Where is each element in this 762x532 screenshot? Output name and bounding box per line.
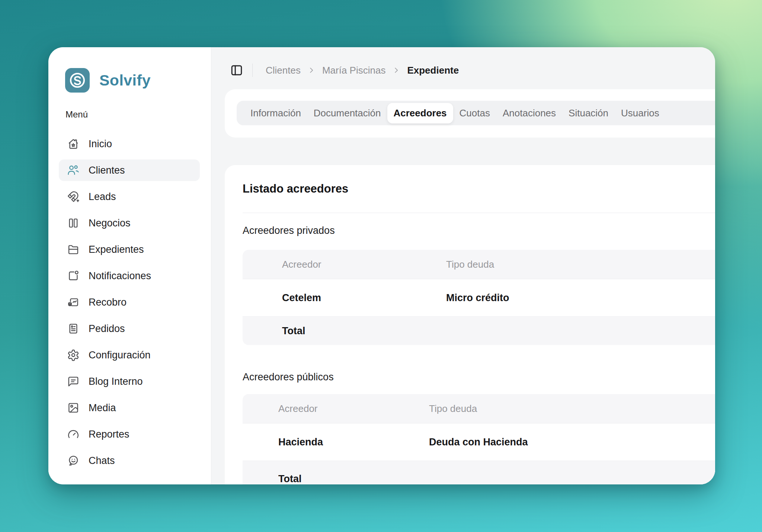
sidebar-item-notificaciones[interactable]: Notificaciones [59,265,200,287]
sidebar-item-label: Pedidos [89,323,125,335]
sidebar-item-clientes[interactable]: Clientes [59,159,200,181]
breadcrumb: Clientes María Piscinas Expediente [266,64,459,77]
column-header-acreedor: Acreedor [282,259,446,270]
tab-situacion[interactable]: Situación [562,101,615,125]
sidebar-item-label: Leads [89,191,116,203]
sidebar-item-label: Recobro [89,297,127,308]
sidebar: Solvify Menú Inicio [48,47,211,484]
creditors-card: Listado acreedores Acreedores privados A… [225,165,715,484]
sidebar-item-reportes[interactable]: Reportes [59,423,200,445]
debt-type: Deuda con Hacienda [429,436,715,448]
users-icon [67,164,80,177]
sidebar-item-negocios[interactable]: Negocios [59,212,200,234]
sidebar-item-label: Negocios [89,217,131,229]
sidebar-item-label: Media [89,402,116,414]
content-area: Clientes María Piscinas Expediente Infor… [211,47,715,484]
public-creditors-heading: Acreedores públicos [243,371,715,383]
breadcrumb-maria-piscinas[interactable]: María Piscinas [322,65,386,76]
billing-coins-icon [67,296,80,309]
sidebar-item-label: Expedientes [89,244,144,255]
sidebar-nav: Inicio Clientes [59,133,200,476]
sidebar-item-recobro[interactable]: Recobro [59,291,200,313]
column-header-tipo-deuda: Tipo deuda [429,403,715,415]
creditor-name: Cetelem [282,292,446,304]
solvify-logo-icon [65,68,90,93]
receipt-icon [67,322,80,335]
tab-informacion[interactable]: Información [244,101,307,125]
sidebar-item-leads[interactable]: Leads [59,186,200,207]
debt-type: Micro crédito [446,292,715,304]
sidebar-item-label: Inicio [89,138,112,150]
tabs-container: Información Documentación Acreedores Cuo… [225,89,715,138]
sidebar-item-expedientes[interactable]: Expedientes [59,239,200,260]
breadcrumb-expediente: Expediente [407,65,459,76]
home-star-icon [67,138,80,150]
table-total-row: Total [243,317,715,345]
sidebar-item-media[interactable]: Media [59,397,200,419]
table-row: Hacienda Deuda con Hacienda [243,423,715,461]
sidebar-item-label: Configuración [89,349,151,361]
message-square-icon [67,375,80,388]
gauge-icon [67,428,80,441]
private-creditors-heading: Acreedores privados [243,225,715,236]
image-icon [67,402,80,414]
sidebar-item-label: Blog Interno [89,376,143,387]
magnet-icon [67,190,80,203]
app-window: Solvify Menú Inicio [48,47,715,484]
sidebar-item-label: Chats [89,455,115,467]
header-divider [252,64,253,77]
sidebar-item-blog-interno[interactable]: Blog Interno [59,371,200,392]
title-divider [243,213,715,213]
desktop-background: Solvify Menú Inicio [0,0,762,532]
sidebar-toggle-button[interactable] [230,64,243,77]
gear-icon [67,349,80,361]
creditor-name: Hacienda [278,436,429,448]
breadcrumb-clientes[interactable]: Clientes [266,65,301,76]
notification-dot-icon [67,270,80,282]
app-name: Solvify [99,72,151,89]
sidebar-item-inicio[interactable]: Inicio [59,133,200,155]
chevron-right-icon [392,66,400,74]
app-logo: Solvify [65,68,151,93]
sidebar-item-label: Clientes [89,165,125,176]
table-total-row: Total [243,461,715,484]
tab-documentacion[interactable]: Documentación [307,101,387,125]
sidebar-item-pedidos[interactable]: Pedidos [59,318,200,339]
tab-cuotas[interactable]: Cuotas [453,101,496,125]
kanban-columns-icon [67,217,80,229]
folder-icon [67,243,80,256]
panel-left-icon [230,64,243,77]
sidebar-item-chats[interactable]: Chats [59,450,200,471]
table-header-row: Acreedor Tipo deuda [243,394,715,423]
table-header-row: Acreedor Tipo deuda [243,250,715,279]
column-header-tipo-deuda: Tipo deuda [446,259,715,270]
total-label: Total [278,473,429,485]
private-creditors-table: Acreedor Tipo deuda Cetelem Micro crédit… [243,250,715,345]
page-title: Listado acreedores [243,182,715,196]
tabs-list: Información Documentación Acreedores Cuo… [237,101,715,125]
tab-usuarios[interactable]: Usuarios [615,101,666,125]
tab-acreedores[interactable]: Acreedores [387,103,453,123]
chevron-right-icon [307,66,316,74]
public-creditors-table: Acreedor Tipo deuda Hacienda Deuda con H… [243,394,715,484]
total-label: Total [282,325,446,337]
sidebar-item-configuracion[interactable]: Configuración [59,344,200,366]
chat-smile-icon [67,454,80,467]
sidebar-item-label: Notificaciones [89,270,151,282]
tab-anotaciones[interactable]: Anotaciones [496,101,562,125]
table-row: Cetelem Micro crédito [243,279,715,317]
sidebar-item-label: Reportes [89,429,129,440]
menu-section-label: Menú [65,109,88,120]
column-header-acreedor: Acreedor [278,403,429,415]
